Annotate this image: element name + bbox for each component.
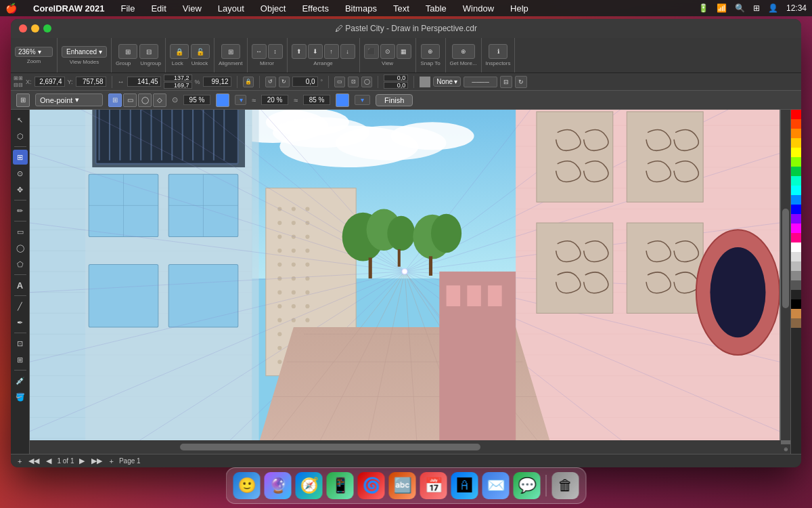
snap-btn[interactable]: ⊕ [421,44,440,59]
palette-color-11[interactable] [791,214,801,224]
dock-siri[interactable]: 🔮 [265,472,292,499]
menu-file[interactable]: File [118,3,137,14]
persp-diamond-btn[interactable]: ◇ [153,93,166,107]
palette-color-6[interactable] [791,167,801,176]
pen-tool[interactable]: ✒ [13,315,28,330]
next-page-btn[interactable]: ▶ [78,457,86,465]
dock-appstore[interactable]: 🅰 [451,472,478,499]
add-page-btn[interactable]: + [16,457,23,465]
palette-color-20[interactable] [791,299,801,309]
first-page-btn[interactable]: ◀◀ [27,457,41,465]
add-page-end-btn[interactable]: + [108,457,114,465]
palette-color-15[interactable] [791,252,801,261]
text-tool[interactable]: A [13,278,28,293]
h1-input[interactable] [203,77,231,87]
persp-square-btn[interactable]: ▭ [123,93,137,107]
w2-input[interactable] [164,75,192,81]
palette-color-8[interactable] [791,186,801,195]
angle-input[interactable] [292,77,318,87]
arrange-btn1[interactable]: ⬆ [292,44,307,59]
close-button[interactable] [19,24,27,33]
rotate-btn1[interactable]: ↺ [265,77,276,87]
prev-page-btn[interactable]: ◀ [45,457,53,465]
dock-messages[interactable]: 💬 [514,472,541,499]
eyedropper-tool[interactable]: 💉 [13,373,28,388]
mirror-v-btn[interactable]: ↕ [268,44,283,59]
palette-color-5[interactable] [791,157,801,167]
shape-btn2[interactable]: ⊡ [348,77,359,87]
palette-color-7[interactable] [791,176,801,186]
h2-input[interactable] [164,82,192,89]
menu-edit[interactable]: Edit [148,3,168,14]
persp-color-swatch[interactable] [216,93,229,107]
view-btn3[interactable]: ▦ [397,44,411,59]
alignment-btn[interactable]: ⊞ [221,44,240,59]
perspective-mode-dropdown[interactable]: One-point ▾ [35,93,103,106]
shape-btn3[interactable]: ◯ [361,77,372,87]
last-page-btn[interactable]: ▶▶ [90,457,104,465]
node-tool[interactable]: ⬡ [13,129,28,144]
canvas-area[interactable]: ⊕ [30,110,790,454]
pan-tool[interactable]: ✥ [13,182,28,197]
dock-fontforge[interactable]: 🔤 [389,472,416,499]
dock-mail[interactable]: ✉️ [482,472,510,499]
palette-color-13[interactable] [791,233,801,242]
horizontal-scrollbar[interactable] [30,440,781,454]
arrange-btn4[interactable]: ↓ [340,44,355,59]
fill-tool[interactable]: 🪣 [13,389,28,404]
finish-button[interactable]: Finish [376,94,413,106]
persp-circle-btn[interactable]: ◯ [138,93,152,107]
menu-window[interactable]: Window [460,3,497,14]
ungroup-btn[interactable]: ⊟ [139,44,158,59]
palette-color-4[interactable] [791,148,801,157]
lock-scale-btn[interactable]: 🔒 [243,77,254,87]
menu-table[interactable]: Table [423,3,449,14]
palette-color-19[interactable] [791,290,801,299]
unlock-btn[interactable]: 🔓 [191,44,210,59]
palette-color-12[interactable] [791,224,801,233]
dock-phone[interactable]: 📱 [327,472,354,499]
mirror-h-btn[interactable]: ↔ [252,44,267,59]
zoom-corner-icon[interactable]: ⊕ [781,444,790,454]
persp-color2-swatch[interactable] [336,93,349,107]
inspectors-btn[interactable]: ℹ [489,44,508,59]
haze-input[interactable] [261,95,288,105]
persp-color2-dropdown[interactable]: ▾ [355,95,370,105]
refresh-btn[interactable]: ↻ [515,76,527,88]
menu-coreldraw[interactable]: CorelDRAW 2021 [30,3,107,14]
select-tool[interactable]: ↖ [13,112,28,127]
menu-object[interactable]: Object [258,3,289,14]
pos-x-input[interactable] [384,75,408,81]
y-input[interactable] [76,77,106,87]
menu-help[interactable]: Help [508,3,531,14]
grid-tool[interactable]: ⊞ [13,352,28,367]
perspective-tool[interactable]: ⊞ [13,150,28,165]
palette-color-10[interactable] [791,205,801,214]
rotate-btn2[interactable]: ↻ [279,77,290,87]
vertical-scroll-thumb[interactable] [782,209,789,308]
menu-text[interactable]: Text [390,3,412,14]
enhanced-dropdown[interactable]: Enhanced ▾ [62,46,107,58]
haze2-input[interactable] [303,95,330,105]
palette-color-0[interactable] [791,110,801,119]
view-btn2[interactable]: ⊙ [380,44,395,59]
crop-tool[interactable]: ⊡ [13,336,28,351]
menu-layout[interactable]: Layout [215,3,247,14]
palette-color-14[interactable] [791,242,801,252]
palette-color-16[interactable] [791,261,801,271]
palette-color-22[interactable] [791,318,801,328]
maximize-button[interactable] [43,24,51,33]
shape-btn1[interactable]: ▭ [334,77,345,87]
dock-fantastical[interactable]: 📅 [420,472,447,499]
freehand-tool[interactable]: ✏ [13,203,28,218]
color-selector-btn[interactable]: None ▾ [433,77,461,87]
controlcenter-icon[interactable]: ⊞ [753,3,760,13]
dock-safari[interactable]: 🧭 [296,472,323,499]
dock-finder[interactable]: 🙂 [233,472,261,499]
apple-menu[interactable]: 🍎 [5,3,17,14]
rectangle-tool[interactable]: ▭ [13,224,28,239]
palette-color-1[interactable] [791,119,801,129]
polygon-tool[interactable]: ⬠ [13,257,28,272]
menu-view[interactable]: View [180,3,204,14]
search-icon[interactable]: 🔍 [735,3,745,13]
